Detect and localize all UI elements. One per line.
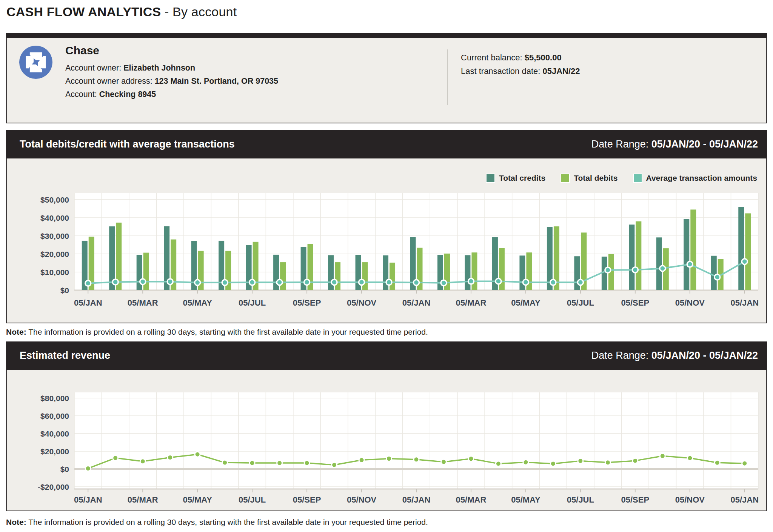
estimated-revenue-section: Estimated revenue Date Range: 05/JAN/20 … xyxy=(6,341,767,511)
rolling-30-days-note: Note: The information is provided on a r… xyxy=(6,518,428,527)
svg-text:05/JAN: 05/JAN xyxy=(402,495,431,504)
legend-swatch-average-transactions xyxy=(634,174,642,182)
account-card-top-stripe xyxy=(6,33,767,38)
svg-text:05/JAN: 05/JAN xyxy=(730,495,759,504)
svg-text:$30,000: $30,000 xyxy=(40,232,69,240)
svg-text:$80,000: $80,000 xyxy=(40,394,69,403)
page-title-main: CASH FLOW ANALYTICS xyxy=(6,5,161,19)
legend-item-total-debits: Total debits xyxy=(561,174,617,183)
svg-text:05/NOV: 05/NOV xyxy=(347,298,377,308)
legend-swatch-total-credits xyxy=(487,174,494,182)
section-title: Total debits/credit with average transac… xyxy=(20,138,235,150)
account-info-right: Current balance: $5,500.00 Last transact… xyxy=(461,51,580,78)
svg-text:05/JUL: 05/JUL xyxy=(239,495,266,504)
last-transaction-row: Last transaction date: 05JAN/22 xyxy=(461,65,580,78)
svg-text:05/JAN: 05/JAN xyxy=(74,298,102,308)
svg-text:05/JUL: 05/JUL xyxy=(567,298,594,308)
debits-credits-chart-panel: Total credits Total debits Average trans… xyxy=(6,158,767,323)
page-title: CASH FLOW ANALYTICS - By account xyxy=(6,5,237,19)
bank-name: Chase xyxy=(65,44,278,57)
svg-text:05/NOV: 05/NOV xyxy=(347,495,377,504)
account-address-row: Account owner address: 123 Main St. Port… xyxy=(65,75,278,88)
current-balance-row: Current balance: $5,500.00 xyxy=(461,51,580,65)
account-card: Chase Account owner: Elizabeth Johnson A… xyxy=(6,33,767,124)
section-title: Estimated revenue xyxy=(20,350,110,361)
svg-text:05/NOV: 05/NOV xyxy=(675,495,705,504)
estimated-revenue-header: Estimated revenue Date Range: 05/JAN/20 … xyxy=(6,341,767,370)
svg-text:05/JAN: 05/JAN xyxy=(402,298,431,308)
rolling-30-days-note: Note: The information is provided on a r… xyxy=(6,328,428,337)
estimated-revenue-chart: $80,000$60,000$40,000$20,000$0-$20,00005… xyxy=(7,370,766,510)
svg-text:$0: $0 xyxy=(60,465,69,474)
svg-text:$0: $0 xyxy=(60,286,69,295)
debits-credits-section: Total debits/credit with average transac… xyxy=(6,130,767,323)
svg-text:05/SEP: 05/SEP xyxy=(621,495,650,504)
svg-text:$20,000: $20,000 xyxy=(40,447,69,456)
svg-text:05/JAN: 05/JAN xyxy=(74,495,102,504)
svg-text:05/MAR: 05/MAR xyxy=(456,495,487,504)
svg-text:05/SEP: 05/SEP xyxy=(293,495,321,504)
legend-item-total-credits: Total credits xyxy=(487,174,545,183)
svg-text:05/SEP: 05/SEP xyxy=(621,298,650,308)
legend-swatch-total-debits xyxy=(561,174,569,182)
chase-logo-circle xyxy=(19,46,52,79)
page-title-suffix: - By account xyxy=(161,5,237,19)
svg-text:05/MAY: 05/MAY xyxy=(511,298,540,308)
card-vertical-divider xyxy=(447,49,448,105)
svg-text:$40,000: $40,000 xyxy=(40,214,69,222)
svg-text:05/MAY: 05/MAY xyxy=(183,298,212,308)
date-range: Date Range: 05/JAN/20 - 05/JAN/22 xyxy=(591,350,758,361)
chart-legend: Total credits Total debits Average trans… xyxy=(487,174,757,183)
svg-text:05/MAR: 05/MAR xyxy=(456,298,487,308)
svg-text:05/MAR: 05/MAR xyxy=(128,495,158,504)
legend-item-average-transactions: Average transaction amounts xyxy=(634,174,757,183)
cash-flow-analytics-page: CASH FLOW ANALYTICS - By account Chase A… xyxy=(0,0,773,532)
svg-text:05/JUL: 05/JUL xyxy=(567,495,594,504)
account-owner-row: Account owner: Elizabeth Johnson xyxy=(65,62,278,75)
debits-credits-header: Total debits/credit with average transac… xyxy=(6,130,767,158)
svg-text:05/MAY: 05/MAY xyxy=(511,495,540,504)
date-range: Date Range: 05/JAN/20 - 05/JAN/22 xyxy=(591,138,758,150)
svg-text:$10,000: $10,000 xyxy=(40,268,69,277)
estimated-revenue-chart-panel: $80,000$60,000$40,000$20,000$0-$20,00005… xyxy=(6,370,767,511)
chase-logo-icon xyxy=(19,46,52,79)
svg-text:05/JAN: 05/JAN xyxy=(730,298,759,308)
svg-text:$20,000: $20,000 xyxy=(40,250,69,258)
svg-text:$50,000: $50,000 xyxy=(40,195,69,204)
svg-text:05/JUL: 05/JUL xyxy=(239,298,266,308)
svg-text:-$20,000: -$20,000 xyxy=(38,483,69,491)
svg-text:$40,000: $40,000 xyxy=(40,429,69,438)
svg-text:05/MAY: 05/MAY xyxy=(183,495,212,504)
account-card-body: Chase Account owner: Elizabeth Johnson A… xyxy=(6,38,767,123)
svg-text:$60,000: $60,000 xyxy=(40,412,69,420)
account-info-left: Chase Account owner: Elizabeth Johnson A… xyxy=(65,44,278,101)
svg-text:05/NOV: 05/NOV xyxy=(675,298,705,308)
svg-text:05/MAR: 05/MAR xyxy=(128,298,158,308)
debits-credits-chart: $50,000$40,000$30,000$20,000$10,000$005/… xyxy=(7,158,766,322)
svg-text:05/SEP: 05/SEP xyxy=(293,298,321,308)
account-number-row: Account: Checking 8945 xyxy=(65,88,278,101)
